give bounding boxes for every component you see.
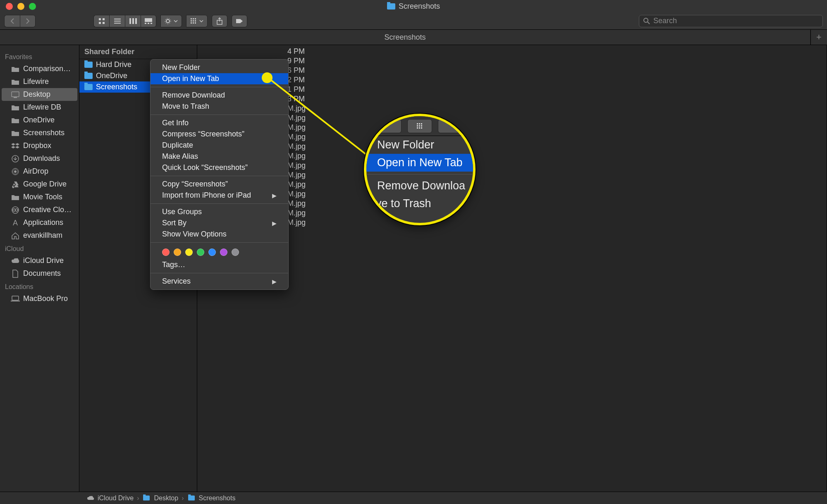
tag-color-dot[interactable] (174, 248, 181, 256)
action-menu-button[interactable] (160, 15, 182, 27)
gallery-view-button[interactable] (141, 15, 156, 27)
zoom-window-button[interactable] (29, 3, 36, 10)
column-view-button[interactable] (125, 15, 141, 27)
tag-color-dot[interactable] (232, 248, 239, 256)
path-segment[interactable]: Screenshots (199, 494, 236, 502)
sidebar-item-downloads[interactable]: Downloads (0, 152, 79, 165)
tag-color-dot[interactable] (162, 248, 170, 256)
window-title-text: Screenshots (399, 2, 440, 11)
menu-item-show-view-options[interactable]: Show View Options (151, 229, 288, 240)
menu-item-label: New Folder (162, 63, 200, 72)
svg-rect-10 (145, 18, 152, 22)
menu-item-import-from-iphone-or-ipad[interactable]: Import from iPhone or iPad▶ (151, 190, 288, 201)
folder-icon (11, 78, 20, 86)
column-item-label: Hard Drive (96, 60, 131, 69)
icon-view-button[interactable] (93, 15, 109, 27)
file-row[interactable]: M.jpg (197, 151, 827, 161)
svg-rect-9 (135, 18, 137, 24)
sidebar-item-comparison-[interactable]: Comparison… (0, 62, 79, 75)
chevron-right-icon: ▶ (272, 192, 277, 199)
list-view-button[interactable] (109, 15, 125, 27)
folder-icon (11, 193, 20, 201)
file-row[interactable]: M.jpg (197, 170, 827, 180)
sidebar-item-applications[interactable]: AApplications (0, 216, 79, 229)
file-row[interactable]: M.jpg (197, 104, 827, 113)
menu-item-sort-by[interactable]: Sort By▶ (151, 217, 288, 229)
sidebar-item-label: Lifewire DB (23, 103, 61, 112)
search-field[interactable]: Search (639, 15, 823, 27)
svg-rect-17 (193, 18, 194, 19)
menu-item-open-in-new-tab[interactable]: Open in New Tab (151, 73, 288, 84)
menu-item-move-to-trash[interactable]: Move to Trash (151, 101, 288, 112)
file-row[interactable]: M.jpg (197, 180, 827, 189)
tag-color-dot[interactable] (220, 248, 227, 256)
gdrive-icon (11, 181, 20, 188)
file-row[interactable]: 6 PM (197, 66, 827, 75)
sidebar-item-lifewire[interactable]: Lifewire (0, 75, 79, 88)
file-row[interactable]: M.jpg (197, 199, 827, 208)
sidebar-item-airdrop[interactable]: AirDrop (0, 165, 79, 178)
sidebar-item-onedrive[interactable]: OneDrive (0, 114, 79, 127)
file-row[interactable]: 1 PM (197, 85, 827, 94)
new-tab-button[interactable]: + (810, 30, 827, 45)
menu-item-get-info[interactable]: Get Info (151, 117, 288, 129)
sidebar-item-label: AirDrop (23, 167, 48, 176)
file-row[interactable]: M.jpg (197, 161, 827, 170)
svg-rect-6 (114, 23, 121, 24)
toolbar: Search (0, 12, 827, 30)
menu-item-tags[interactable]: Tags… (151, 259, 288, 270)
tag-color-dot[interactable] (197, 248, 204, 256)
menu-item-use-groups[interactable]: Use Groups (151, 206, 288, 217)
sidebar-item-google-drive[interactable]: Google Drive (0, 178, 79, 191)
path-segment[interactable]: Desktop (154, 494, 178, 502)
sidebar-item-dropbox[interactable]: Dropbox (0, 139, 79, 152)
menu-item-label: Duplicate (162, 141, 193, 150)
sidebar-item-documents[interactable]: Documents (0, 267, 79, 280)
list-icon (114, 18, 121, 24)
menu-item-new-folder[interactable]: New Folder (151, 62, 288, 73)
sidebar-item-creative-clo-[interactable]: Creative Clo… (0, 203, 79, 216)
tab-screenshots[interactable]: Screenshots (0, 30, 810, 45)
tags-button[interactable] (232, 15, 247, 27)
menu-item-quick-look-screenshots-[interactable]: Quick Look “Screenshots” (151, 162, 288, 173)
forward-button[interactable] (20, 15, 36, 27)
minimize-window-button[interactable] (17, 3, 24, 10)
sidebar-item-evankillham[interactable]: evankillham (0, 229, 79, 242)
file-row[interactable]: M.jpg (197, 132, 827, 142)
share-button[interactable] (212, 15, 227, 27)
sidebar-item-icloud-drive[interactable]: iCloud Drive (0, 254, 79, 267)
file-row[interactable]: M.jpg (197, 142, 827, 151)
menu-item-compress-screenshots-[interactable]: Compress “Screenshots” (151, 129, 288, 140)
file-row[interactable]: 3 PM (197, 94, 827, 104)
menu-item-remove-download[interactable]: Remove Download (151, 90, 288, 101)
back-button[interactable] (4, 15, 20, 27)
sidebar-item-lifewire-db[interactable]: Lifewire DB (0, 101, 79, 114)
file-row[interactable]: 9 PM (197, 56, 827, 66)
chevron-down-icon (199, 20, 203, 22)
sidebar-item-macbook-pro[interactable]: MacBook Pro (0, 292, 79, 305)
tag-color-dot[interactable] (208, 248, 216, 256)
file-row[interactable]: M.jpg (197, 113, 827, 123)
sidebar-item-desktop[interactable]: Desktop (2, 88, 77, 101)
close-window-button[interactable] (6, 3, 13, 10)
file-row[interactable]: 2 PM (197, 75, 827, 85)
sidebar-item-screenshots[interactable]: Screenshots (0, 127, 79, 139)
menu-item-make-alias[interactable]: Make Alias (151, 151, 288, 162)
path-segment[interactable]: iCloud Drive (98, 494, 134, 502)
file-row[interactable]: 4 PM (197, 47, 827, 56)
file-row[interactable]: M.jpg (197, 208, 827, 218)
laptop-icon (11, 295, 20, 303)
file-row[interactable]: M.jpg (197, 189, 827, 199)
menu-separator (151, 203, 288, 204)
nav-buttons (4, 15, 36, 27)
menu-item-services[interactable]: Services▶ (151, 276, 288, 287)
menu-item-copy-screenshots-[interactable]: Copy “Screenshots” (151, 179, 288, 190)
arrange-menu-button[interactable] (186, 15, 208, 27)
file-row[interactable]: M.jpg (197, 123, 827, 132)
file-row[interactable]: M.jpg (197, 218, 827, 227)
menu-item-duplicate[interactable]: Duplicate (151, 140, 288, 151)
sidebar-item-movie-tools[interactable]: Movie Tools (0, 191, 79, 203)
cc-icon (11, 206, 20, 214)
tag-color-dot[interactable] (185, 248, 193, 256)
tag-color-row (151, 245, 288, 259)
